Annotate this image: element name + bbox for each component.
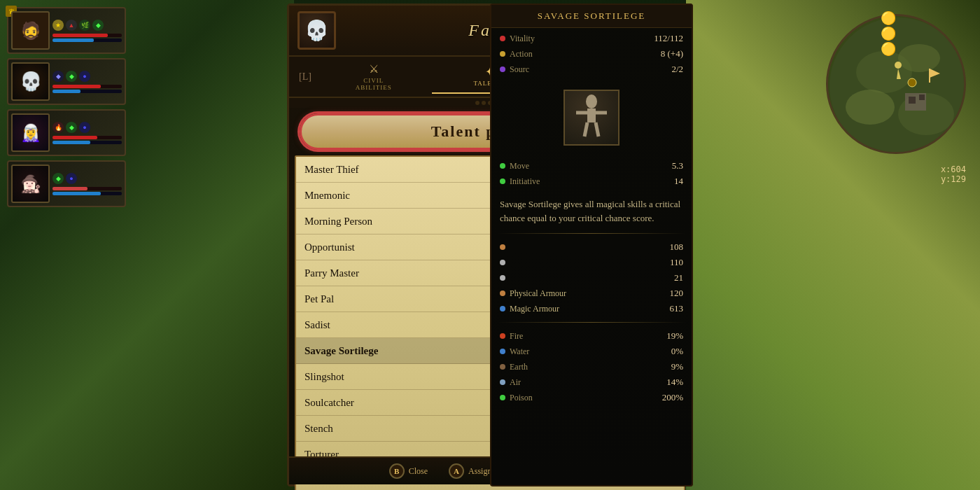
icon-flame: 🔥 [52,122,64,133]
icon-water: ● [79,71,90,82]
party-member-1[interactable]: ♛ 🧔 ★ ▲ 🌿 ◆ [7,7,126,54]
dot-silver2 [500,275,505,281]
member-info-3: 🔥 ◆ ● [52,122,122,144]
stat-earth: Earth 9% [497,359,686,374]
stat-air: Air 14% [497,374,686,390]
sp-bar-4 [52,192,101,195]
sp-bar-2 [52,90,80,93]
portrait-3: 🧝‍♀️ [11,113,50,152]
portrait-1: 🧔 [11,11,50,50]
stat-action-points: Action 8 (+4) [497,46,686,62]
divider-1 [497,233,686,234]
dot-silver1 [500,260,505,265]
icon-attack: ▲ [66,20,77,31]
stat-poison: Poison 200% [497,390,686,405]
stats-section-top: Vitality 112/112 Action 8 (+4) Sourc 2/2 [491,28,692,80]
sp-bar-container-2 [52,90,122,93]
stat-unknown2: 110 [497,255,686,270]
talent-description: Savage Sortilege gives all magical skill… [491,192,692,230]
svg-rect-12 [909,97,916,104]
info-panel: SAVAGE SORTILEGE Vitality 112/112 Action… [490,4,693,486]
air-dot [500,379,505,385]
svg-point-8 [898,44,940,72]
init-dot [500,178,505,184]
party-member-4[interactable]: 🧙‍♀️ ◆ ● [7,160,126,207]
talent-image-container [491,83,692,153]
dot-orange [500,244,505,250]
status-icons-4: ◆ ● [52,173,122,184]
stat-vitality: Vitality 112/112 [497,31,686,46]
minimap-coordinates: x:604 y:129 [941,164,966,184]
close-button[interactable]: B Close [389,463,428,479]
phys-armour-dot [500,290,505,296]
stats-section-lower: 108 110 21 Physical Armour 120 Magic Arm… [491,237,692,319]
stat-movement: Move 5.3 [497,158,686,174]
status-icons-1: ★ ▲ 🌿 ◆ [52,20,122,31]
close-label: Close [409,466,428,477]
status-icons-3: 🔥 ◆ ● [52,122,122,133]
hp-bar-container-3 [52,136,122,139]
svg-rect-13 [919,94,925,100]
party-member-3[interactable]: 🧝‍♀️ 🔥 ◆ ● [7,109,126,156]
stat-fire: Fire 19% [497,328,686,344]
character-portrait: 💀 [298,11,336,50]
sp-bar-1 [52,38,94,42]
hp-bar-container-2 [52,85,122,88]
svg-point-9 [846,90,895,125]
stat-unknown1: 108 [497,239,686,255]
sp-bar-container-3 [52,141,122,144]
stats-section-elements: Fire 19% Water 0% Earth 9% Air 14% Poiso… [491,326,692,408]
water-dot [500,349,505,354]
talent-svg [570,93,612,142]
icon-leaf: 🌿 [79,20,90,31]
hp-bar-container-4 [52,187,122,190]
hp-bar-3 [52,136,97,139]
divider-2 [497,322,686,323]
member-info-4: ◆ ● [52,173,122,195]
a-key: A [449,463,464,479]
status-icons-2: ◆ ◆ ● [52,71,122,82]
dot-1 [475,101,479,105]
minimap-svg [828,16,966,154]
portrait-2: 💀 [11,62,50,101]
b-key: B [389,463,405,479]
poison-dot [500,395,505,400]
hp-bar-4 [52,187,88,190]
icon-drop: ● [79,122,90,133]
svg-point-0 [586,94,597,108]
stat-magic-armour: Magic Armour 613 [497,301,686,316]
talent-image [564,90,620,146]
party-panel: ♛ 🧔 ★ ▲ 🌿 ◆ 💀 ◆ ◆ [7,7,126,207]
stat-water: Water 0% [497,344,686,359]
member-info-1: ★ ▲ 🌿 ◆ [52,20,122,42]
tab-civil-abilities[interactable]: ⚔ CIVILABILITIES [316,57,432,97]
magic-armour-dot [500,306,505,312]
member-info-2: ◆ ◆ ● [52,71,122,93]
icon-shield: ◆ [92,20,104,31]
svg-point-16 [908,78,916,87]
icon-leaf3: ◆ [66,122,77,133]
icon-magic: ◆ [52,71,64,82]
civil-abilities-icon: ⚔ [369,62,379,76]
hp-bar-1 [52,34,108,37]
selected-talent-name: SAVAGE SORTILEGE [491,5,692,28]
icon-crown: ★ [52,20,64,31]
sp-bar-container-1 [52,38,122,42]
party-member-2[interactable]: 💀 ◆ ◆ ● [7,58,126,105]
stats-section-mid: Move 5.3 Initiative 14 [491,155,692,192]
minimap[interactable] [826,14,966,154]
svg-rect-1 [587,108,596,122]
svg-line-4 [584,122,587,136]
stat-unknown3: 21 [497,270,686,286]
sp-bar-container-4 [52,192,122,195]
gold-circles-icon: 🟡🟡🟡 [881,10,896,57]
earth-dot [500,364,505,370]
icon-drop2: ● [66,173,77,184]
svg-point-15 [895,62,902,69]
tab-nav-left[interactable]: [L] [295,69,316,85]
portrait-4: 🧙‍♀️ [11,164,50,203]
vitality-dot [500,36,505,41]
fire-dot [500,333,505,339]
stat-physical-armour: Physical Armour 120 [497,286,686,301]
hp-bar-2 [52,85,101,88]
